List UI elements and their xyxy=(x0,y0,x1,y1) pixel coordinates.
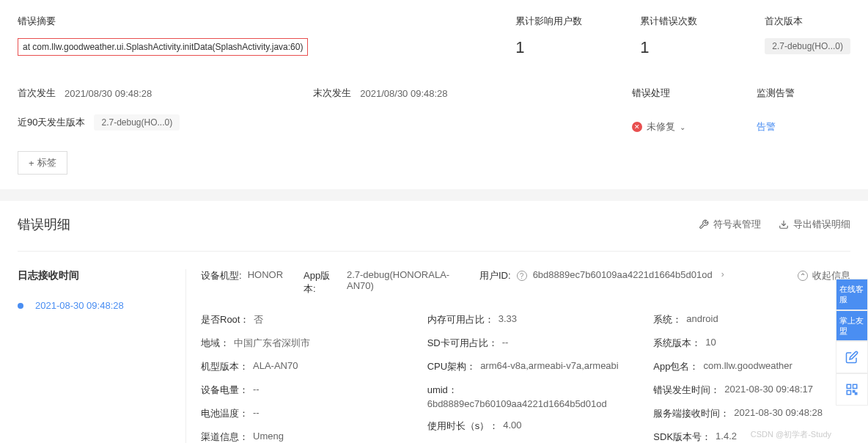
alert-link[interactable]: 告警 xyxy=(757,120,830,133)
process-label: 错误处理 xyxy=(632,87,705,100)
device-value: HONOR xyxy=(248,269,283,280)
log-title: 日志接收时间 xyxy=(18,269,171,282)
active-dot-icon xyxy=(18,303,23,309)
app-label: App版本: xyxy=(304,269,341,296)
summary-title: 错误摘要 xyxy=(18,15,486,28)
svg-rect-4 xyxy=(853,391,855,392)
edit-button[interactable] xyxy=(836,341,868,373)
plus-icon: + xyxy=(29,158,34,169)
user-id-value: 6bd8889ec7b60109aa4221d1664b5d01od xyxy=(533,269,713,280)
qrcode-icon xyxy=(845,383,858,396)
first-time-label: 首次发生 xyxy=(18,87,56,100)
stack-trace-box[interactable]: at com.llw.goodweather.ui.SplashActivity… xyxy=(18,38,308,56)
ninety-day-label: 近90天发生版本 xyxy=(18,116,85,129)
log-item[interactable]: 2021-08-30 09:48:28 xyxy=(18,300,171,311)
arrow-up-icon: ⌃ xyxy=(798,271,808,281)
svg-rect-2 xyxy=(853,384,857,388)
svg-rect-1 xyxy=(847,384,850,388)
log-time-column: 日志接收时间 2021-08-30 09:48:28 xyxy=(18,269,186,443)
log-time-link[interactable]: 2021-08-30 09:48:28 xyxy=(35,300,124,311)
wrench-icon xyxy=(699,219,709,230)
last-time-label: 末次发生 xyxy=(313,87,351,100)
detail-col-mid: 内存可用占比：3.33 SD卡可用占比：-- CPU架构：arm64-v8a,a… xyxy=(427,313,625,443)
qrcode-button[interactable] xyxy=(836,373,868,406)
device-label: 设备机型: xyxy=(201,269,242,282)
watermark-text: CSDN @初学者-Study xyxy=(751,429,831,440)
export-detail-button[interactable]: 导出错误明细 xyxy=(779,218,850,231)
add-tag-button[interactable]: + 标签 xyxy=(18,151,67,175)
stat-errors: 累计错误次数 1 xyxy=(640,15,713,57)
detail-col-left: 是否Root：否 地域：中国广东省深圳市 机型版本：ALA-AN70 设备电量：… xyxy=(201,313,398,443)
svg-rect-5 xyxy=(856,393,857,395)
app-value: 2.7-debug(HONORALA-AN70) xyxy=(347,269,472,291)
stat-first-version: 首次版本 2.7-debug(HO...0) xyxy=(765,15,850,57)
side-float-toolbar: 在线客服 掌上友盟 xyxy=(836,279,868,406)
ninety-day-version-select[interactable]: 2.7-debug(HO...0) xyxy=(94,114,180,131)
alert-label: 监测告警 xyxy=(757,87,830,100)
svg-rect-3 xyxy=(847,391,850,395)
symbol-table-mgmt-button[interactable]: 符号表管理 xyxy=(699,218,761,231)
online-service-button[interactable]: 在线客服 xyxy=(836,279,868,310)
export-icon xyxy=(779,219,789,230)
detail-col-right: 系统：android 系统版本：10 App包名：com.llw.goodwea… xyxy=(653,313,850,443)
error-icon: ✕ xyxy=(632,122,642,132)
user-id-label: 用户ID: xyxy=(479,269,511,282)
first-time-value: 2021/08/30 09:48:28 xyxy=(65,88,152,99)
detail-title: 错误明细 xyxy=(18,216,70,233)
summary-panel: 错误摘要 at com.llw.goodweather.ui.SplashAct… xyxy=(0,0,868,189)
detail-panel: 错误明细 符号表管理 导出错误明细 日志接收时间 2021-08-30 09:4… xyxy=(0,201,868,443)
chevron-right-icon[interactable]: › xyxy=(721,269,724,279)
edit-icon xyxy=(845,351,858,364)
fix-status-dropdown[interactable]: ✕ 未修复 ⌄ xyxy=(632,120,705,133)
palm-youmeng-button[interactable]: 掌上友盟 xyxy=(836,310,868,342)
question-icon[interactable]: ? xyxy=(517,271,527,281)
stat-users: 累计影响用户数 1 xyxy=(515,15,589,57)
chevron-down-icon: ⌄ xyxy=(680,123,685,131)
last-time-value: 2021/08/30 09:48:28 xyxy=(360,88,447,99)
